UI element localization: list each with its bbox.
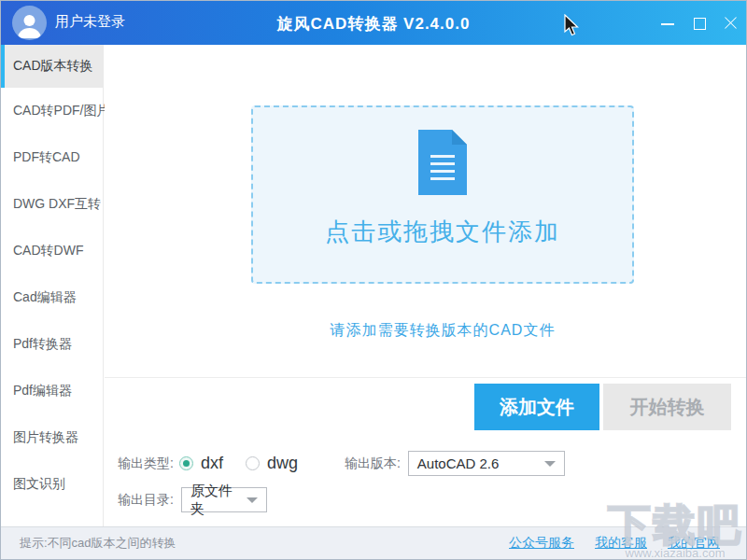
radio-dwg[interactable]: dwg	[246, 454, 298, 473]
output-version-select[interactable]: AutoCAD 2.6	[408, 451, 565, 476]
sidebar-item-cad-version-convert[interactable]: CAD版本转换	[1, 45, 103, 88]
sidebar-item-cad-to-dwf[interactable]: CAD转DWF	[1, 228, 103, 274]
sidebar-item-dwg-dxf-convert[interactable]: DWG DXF互转	[1, 181, 103, 228]
status-bar: 提示:不同cad版本之间的转换 公众号服务 我的客服 我的官网	[1, 526, 746, 559]
chevron-down-icon	[247, 497, 258, 503]
main-panel: 点击或拖拽文件添加 请添加需要转换版本的CAD文件 添加文件 开始转换 输出类型…	[105, 45, 746, 526]
add-file-hint: 请添加需要转换版本的CAD文件	[251, 321, 634, 341]
document-icon	[418, 130, 467, 199]
radio-dxf-label: dxf	[201, 454, 223, 473]
chevron-down-icon	[544, 461, 556, 467]
minimize-icon[interactable]	[660, 16, 675, 31]
window-title: 旋风CAD转换器 V2.4.0.0	[1, 13, 746, 35]
titlebar: 用户未登录 旋风CAD转换器 V2.4.0.0	[1, 1, 746, 45]
output-type-radios: dxf dwg	[179, 454, 320, 473]
output-dir-row: 输出目录: 原文件夹	[118, 487, 267, 512]
output-dir-label: 输出目录:	[118, 492, 174, 509]
radio-dwg-icon	[246, 456, 260, 470]
maximize-icon[interactable]	[692, 16, 707, 31]
link-customer-service[interactable]: 我的客服	[595, 535, 647, 552]
status-tip: 提示:不同cad版本之间的转换	[20, 535, 176, 552]
sidebar-item-cad-editor[interactable]: Cad编辑器	[1, 274, 103, 321]
radio-dxf[interactable]: dxf	[179, 454, 223, 473]
start-convert-button[interactable]: 开始转换	[603, 384, 731, 430]
sidebar: CAD版本转换 CAD转PDF/图片 PDF转CAD DWG DXF互转 CAD…	[1, 45, 104, 526]
section-divider	[105, 377, 746, 378]
output-version-label: 输出版本:	[345, 455, 401, 472]
app-window: 用户未登录 旋风CAD转换器 V2.4.0.0 CAD版本转换 CAD转PDF/…	[0, 0, 747, 560]
sidebar-item-image-converter[interactable]: 图片转换器	[1, 414, 103, 461]
close-icon[interactable]	[724, 16, 739, 31]
output-dir-select[interactable]: 原文件夹	[181, 487, 267, 512]
file-dropzone[interactable]: 点击或拖拽文件添加	[251, 105, 634, 284]
sidebar-item-pdf-converter[interactable]: Pdf转换器	[1, 321, 103, 368]
link-official-account[interactable]: 公众号服务	[509, 535, 574, 552]
output-dir-value: 原文件夹	[190, 483, 237, 518]
sidebar-item-ocr[interactable]: 图文识别	[1, 461, 103, 508]
dropzone-label: 点击或拖拽文件添加	[253, 216, 632, 248]
window-controls	[660, 1, 739, 45]
output-type-label: 输出类型:	[118, 455, 174, 472]
link-official-site[interactable]: 我的官网	[668, 535, 720, 552]
radio-dxf-icon	[179, 456, 193, 470]
sidebar-item-pdf-to-cad[interactable]: PDF转CAD	[1, 134, 103, 181]
sidebar-item-pdf-editor[interactable]: Pdf编辑器	[1, 368, 103, 414]
radio-dwg-label: dwg	[267, 454, 298, 473]
output-type-row: 输出类型: dxf dwg 输出版本: AutoCAD 2.6	[118, 451, 565, 476]
output-version-value: AutoCAD 2.6	[417, 455, 500, 471]
sidebar-item-cad-to-pdf-image[interactable]: CAD转PDF/图片	[1, 88, 103, 134]
add-file-button[interactable]: 添加文件	[474, 384, 599, 430]
footer-links: 公众号服务 我的客服 我的官网	[509, 535, 720, 552]
